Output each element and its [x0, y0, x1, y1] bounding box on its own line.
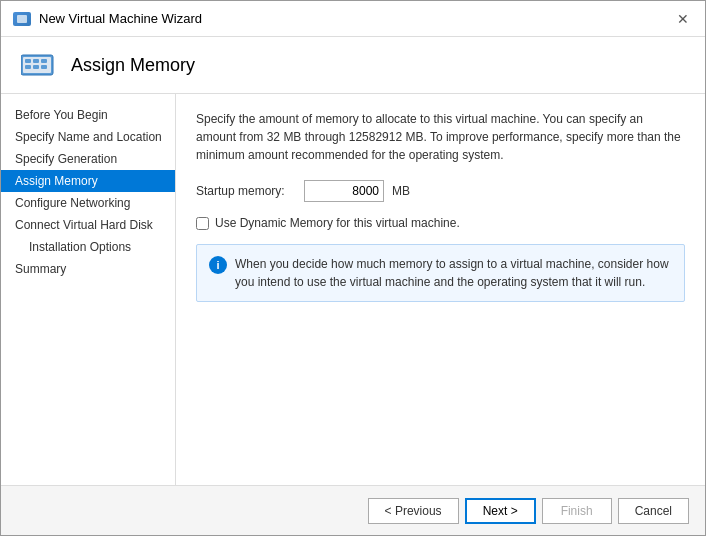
info-text: When you decide how much memory to assig… — [235, 255, 672, 291]
info-icon: i — [209, 256, 227, 274]
info-box: i When you decide how much memory to ass… — [196, 244, 685, 302]
dynamic-memory-label[interactable]: Use Dynamic Memory for this virtual mach… — [215, 216, 460, 230]
sidebar-item-before-you-begin[interactable]: Before You Begin — [1, 104, 175, 126]
svg-rect-2 — [25, 59, 31, 63]
svg-rect-7 — [41, 65, 47, 69]
dynamic-memory-checkbox[interactable] — [196, 217, 209, 230]
close-button[interactable]: ✕ — [673, 9, 693, 29]
sidebar-item-installation-options[interactable]: Installation Options — [1, 236, 175, 258]
dialog-title: New Virtual Machine Wizard — [39, 11, 202, 26]
dynamic-memory-row: Use Dynamic Memory for this virtual mach… — [196, 216, 685, 230]
cancel-button[interactable]: Cancel — [618, 498, 689, 524]
dialog-window: New Virtual Machine Wizard ✕ Assign Memo… — [0, 0, 706, 536]
sidebar-item-assign-memory[interactable]: Assign Memory — [1, 170, 175, 192]
sidebar: Before You BeginSpecify Name and Locatio… — [1, 94, 176, 485]
header-section: Assign Memory — [1, 37, 705, 94]
description-text: Specify the amount of memory to allocate… — [196, 110, 685, 164]
sidebar-item-specify-generation[interactable]: Specify Generation — [1, 148, 175, 170]
sidebar-item-configure-networking[interactable]: Configure Networking — [1, 192, 175, 214]
title-bar: New Virtual Machine Wizard ✕ — [1, 1, 705, 37]
svg-rect-6 — [33, 65, 39, 69]
app-icon — [13, 12, 31, 26]
svg-rect-5 — [25, 65, 31, 69]
next-button[interactable]: Next > — [465, 498, 536, 524]
memory-label: Startup memory: — [196, 184, 296, 198]
sidebar-item-connect-vhd[interactable]: Connect Virtual Hard Disk — [1, 214, 175, 236]
memory-unit: MB — [392, 184, 410, 198]
sidebar-item-specify-name[interactable]: Specify Name and Location — [1, 126, 175, 148]
assign-memory-header-icon — [21, 51, 57, 79]
finish-button[interactable]: Finish — [542, 498, 612, 524]
content-area: Specify the amount of memory to allocate… — [176, 94, 705, 485]
page-title: Assign Memory — [71, 55, 195, 76]
body: Before You BeginSpecify Name and Locatio… — [1, 94, 705, 485]
title-bar-left: New Virtual Machine Wizard — [13, 11, 202, 26]
memory-input[interactable] — [304, 180, 384, 202]
sidebar-item-summary[interactable]: Summary — [1, 258, 175, 280]
previous-button[interactable]: < Previous — [368, 498, 459, 524]
footer: < Previous Next > Finish Cancel — [1, 485, 705, 535]
memory-row: Startup memory: MB — [196, 180, 685, 202]
svg-rect-4 — [41, 59, 47, 63]
svg-rect-3 — [33, 59, 39, 63]
